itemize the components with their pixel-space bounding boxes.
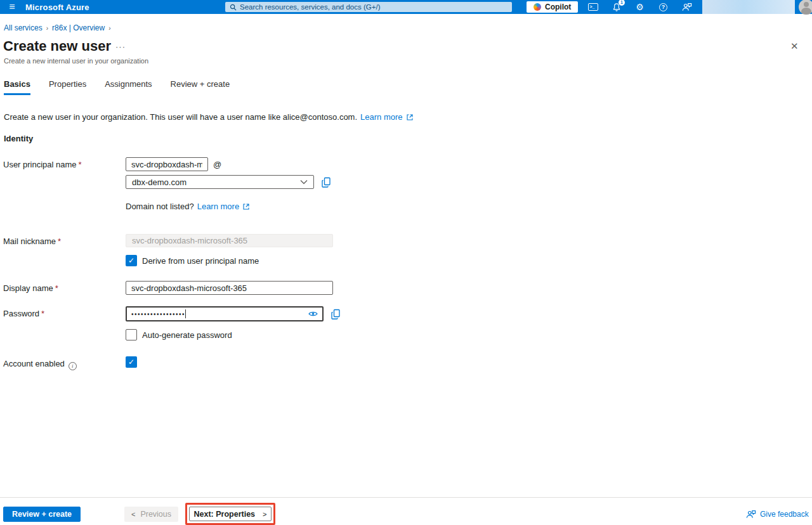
feedback-icon xyxy=(746,510,756,519)
settings-gear-icon[interactable]: ⚙ xyxy=(634,2,645,13)
more-actions-icon[interactable]: ··· xyxy=(115,42,126,51)
domain-help-row: Domain not listed? Learn more xyxy=(126,202,331,211)
external-link-icon xyxy=(243,204,249,210)
row-password: Password* ••••••••••••••••• xyxy=(3,306,447,340)
required-asterisk: * xyxy=(55,283,58,293)
help-icon[interactable]: ? xyxy=(658,2,669,13)
give-feedback-link[interactable]: Give feedback xyxy=(746,510,809,519)
notification-count-badge: 1 xyxy=(619,0,625,6)
account-enabled-label: Account enabled xyxy=(3,359,65,368)
upn-label: User principal name xyxy=(3,160,77,169)
display-name-input[interactable] xyxy=(126,281,333,295)
identity-section-title: Identity xyxy=(4,134,33,143)
cloud-shell-icon[interactable]: >_ xyxy=(587,2,598,13)
row-account-enabled: Account enabledi ✓ xyxy=(3,356,447,370)
copilot-button[interactable]: Copilot xyxy=(527,1,578,13)
required-asterisk: * xyxy=(79,160,82,169)
red-annotation-box: Next: Properties > xyxy=(185,503,275,525)
topbar-icon-group: >_ 1 ⚙ ? xyxy=(587,0,692,14)
breadcrumb: All services › r86x | Overview › xyxy=(4,23,111,32)
mail-nickname-input: svc-dropboxdash-microsoft-365 xyxy=(126,234,333,247)
required-asterisk: * xyxy=(58,237,61,246)
page-title: Create new user xyxy=(3,38,111,55)
hamburger-menu-icon[interactable]: ≡ xyxy=(5,0,19,14)
external-link-icon xyxy=(407,114,413,120)
tab-assignments[interactable]: Assignments xyxy=(105,79,152,95)
auto-generate-password-label: Auto-generate password xyxy=(142,330,232,340)
password-input[interactable]: ••••••••••••••••• xyxy=(126,306,324,321)
auto-generate-password-checkbox-row[interactable]: Auto-generate password xyxy=(126,329,341,340)
global-search[interactable] xyxy=(225,2,512,12)
intro-text-row: Create a new user in your organization. … xyxy=(4,112,413,122)
derive-from-upn-label: Derive from user principal name xyxy=(142,256,259,266)
previous-button[interactable]: < Previous xyxy=(124,507,178,522)
upn-input[interactable] xyxy=(126,157,208,171)
intro-text: Create a new user in your organization. … xyxy=(4,112,357,122)
show-password-eye-icon[interactable] xyxy=(308,311,318,317)
next-properties-button[interactable]: Next: Properties > xyxy=(189,507,272,521)
password-masked-value: ••••••••••••••••• xyxy=(131,311,185,318)
checkmark-icon: ✓ xyxy=(128,358,134,366)
breadcrumb-r86x-overview[interactable]: r86x | Overview xyxy=(52,23,105,32)
azure-brand-title[interactable]: Microsoft Azure xyxy=(25,3,89,12)
required-asterisk: * xyxy=(41,309,44,318)
notifications-bell-icon[interactable]: 1 xyxy=(611,2,622,13)
account-avatar[interactable] xyxy=(799,0,812,15)
close-icon[interactable]: ✕ xyxy=(790,41,799,52)
derive-from-upn-checkbox-row[interactable]: ✓ Derive from user principal name xyxy=(126,255,333,266)
breadcrumb-separator: › xyxy=(46,25,48,32)
review-create-button[interactable]: Review + create xyxy=(3,507,81,522)
domain-dropdown-value: dbx-demo.com xyxy=(132,178,187,187)
azure-top-bar: ≡ Microsoft Azure Copilot >_ 1 ⚙ ? xyxy=(0,0,812,14)
copilot-icon xyxy=(534,3,541,11)
auto-generate-password-checkbox[interactable] xyxy=(126,329,137,340)
row-mail-nickname: Mail nickname* svc-dropboxdash-microsoft… xyxy=(3,234,447,266)
basics-form: User principal name* @ dbx-demo.com xyxy=(3,157,447,370)
wizard-tabs: Basics Properties Assignments Review + c… xyxy=(4,79,230,95)
copy-password-icon[interactable] xyxy=(331,309,341,320)
row-user-principal-name: User principal name* @ dbx-demo.com xyxy=(3,157,447,211)
tab-properties[interactable]: Properties xyxy=(49,79,86,95)
account-info-redacted xyxy=(702,0,795,14)
password-label: Password xyxy=(3,309,39,318)
search-input[interactable] xyxy=(240,3,508,11)
search-icon xyxy=(230,4,237,11)
intro-learn-more-link[interactable]: Learn more xyxy=(360,112,402,122)
wizard-footer: Review + create < Previous Next: Propert… xyxy=(0,505,812,525)
copy-domain-icon[interactable] xyxy=(321,177,331,188)
tab-basics[interactable]: Basics xyxy=(4,79,30,95)
at-sign: @ xyxy=(213,157,221,171)
text-caret xyxy=(185,309,186,318)
mail-nickname-label: Mail nickname xyxy=(3,237,56,246)
footer-divider xyxy=(0,497,812,498)
chevron-right-icon: > xyxy=(263,510,266,518)
domain-dropdown[interactable]: dbx-demo.com xyxy=(126,175,314,189)
derive-from-upn-checkbox[interactable]: ✓ xyxy=(126,255,137,266)
chevron-left-icon: < xyxy=(131,510,135,518)
display-name-label: Display name xyxy=(3,283,53,293)
info-icon[interactable]: i xyxy=(69,362,77,370)
feedback-icon[interactable] xyxy=(681,2,692,13)
breadcrumb-all-services[interactable]: All services xyxy=(4,23,43,32)
breadcrumb-separator: › xyxy=(108,25,110,32)
domain-learn-more-link[interactable]: Learn more xyxy=(197,202,239,211)
chevron-down-icon xyxy=(300,179,308,185)
tab-review-create[interactable]: Review + create xyxy=(171,79,230,95)
checkmark-icon: ✓ xyxy=(128,256,134,265)
copilot-label: Copilot xyxy=(545,3,571,11)
account-enabled-checkbox[interactable]: ✓ xyxy=(126,356,137,368)
row-display-name: Display name* xyxy=(3,281,447,295)
page-subtitle: Create a new internal user in your organ… xyxy=(4,57,148,65)
domain-not-listed-text: Domain not listed? xyxy=(126,202,194,211)
